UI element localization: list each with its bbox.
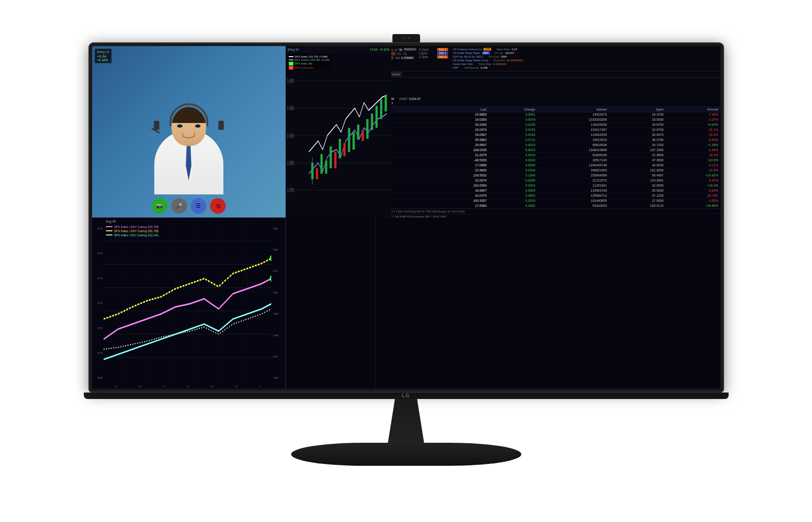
- cell-last: 21.0075: [432, 152, 488, 158]
- cell-last: 18.6857: [432, 188, 488, 193]
- svg-text:1.3900: 1.3900: [286, 160, 293, 166]
- chart-bottom-legend: SPX Index / DXY Cumcy 201.765 SPX Index …: [106, 225, 159, 238]
- cell-open: 109.5714: [609, 203, 666, 208]
- col-last: Last: [432, 107, 488, 112]
- y-val-0: 0.75: [92, 227, 103, 230]
- table-row: Apples 29.0507 0.0016 114922539 30.0070 …: [376, 132, 720, 137]
- col-open: Open: [609, 107, 666, 112]
- headset-ear-left: [154, 121, 159, 130]
- y-val-1: 0.74: [92, 252, 103, 255]
- bottom-chart-panel: Aug 50 SPX Index / DXY Cumcy 201.765 SPX…: [92, 217, 286, 389]
- cell-last: 35.5862: [432, 137, 488, 142]
- cell-open: 32.0050: [609, 183, 666, 188]
- cell-last: 19.0350: [432, 117, 488, 122]
- cell-last: -48.5200: [432, 158, 488, 163]
- legend-label-2: SPX Index / DXY Cumcy 291.765: [114, 229, 159, 233]
- mic-toggle-button[interactable]: 🎤: [171, 198, 187, 214]
- candlestick-svg: 1.4500 1.4300 1.4100 1.3900 1.3700: [286, 53, 391, 217]
- svg-rect-34: [348, 128, 350, 152]
- chart-legend-overlay: EAvg 10 +0.34 +0.42%: [95, 49, 111, 63]
- yld-drop-value: 0.268: [481, 66, 488, 69]
- svg-rect-29: [325, 160, 327, 173]
- yr-val-0: 1.53: [273, 227, 285, 230]
- svg-rect-28: [320, 154, 322, 174]
- cell-change: 0.0712: [489, 137, 537, 142]
- cell-volume: 16517140: [537, 158, 608, 163]
- x-val-1: 28: [139, 385, 141, 388]
- cell-percent: -0.21%: [666, 163, 720, 168]
- cell-percent: +22.8%: [666, 158, 720, 163]
- table-row: Pder 21.0075 0.0410 62835168 22.4809 -18…: [376, 152, 720, 158]
- cell-volume: 210217467: [537, 127, 608, 132]
- table-row: hj ltd 17.6584 0.0382 53332053 109.5714 …: [376, 203, 720, 208]
- table-row: Ads fe 25.6607 0.0023 60818438 24.7200 +…: [376, 142, 720, 147]
- securities-table: Symbol Last Change Volume Open Percent: [376, 107, 720, 209]
- legend-color-1: [106, 226, 112, 227]
- menu-button[interactable]: ☰: [191, 198, 206, 214]
- cell-last: 17.6584: [432, 203, 488, 208]
- swap-curve-label: US Dollar Swap Rates Curve: [453, 59, 488, 62]
- svg-rect-24: [311, 163, 313, 179]
- cell-last: 109.5632: [432, 173, 488, 178]
- cell-percent: -0.63%: [666, 188, 720, 193]
- cell-last: 29.0507: [432, 132, 488, 137]
- rates-info-section: US Treasury Actives Cu 175 Repo Rate 0.2…: [453, 48, 523, 69]
- cell-volume: 15023473: [537, 112, 608, 117]
- candlestick-chart-panel: EAvg 10 +0.34 +0.42% SPX Index 110.732 +…: [286, 46, 391, 217]
- cell-last: 23.9800: [432, 168, 488, 173]
- curve-ask-row: Curve: Ask / Ask Price Drop 0.0203333: [453, 63, 523, 65]
- yr-val-5: 1.48: [273, 334, 285, 337]
- g-spread-value: 323.4: [437, 48, 448, 51]
- cds-row: CDS 4yr 302.9 5yr 305.2 Fin Cost 2684: [453, 55, 523, 58]
- legend-spx-line: [289, 56, 293, 57]
- svg-rect-42: [385, 95, 387, 111]
- vwap-info: VWAP: 3,424.37: [398, 97, 421, 100]
- cell-open: 110.3001: [609, 178, 666, 183]
- cell-last: 108.0035: [432, 147, 488, 152]
- svg-text:1.4100: 1.4100: [286, 133, 293, 139]
- cell-change: 0.0004: [489, 183, 537, 188]
- cell-open: 58.4687: [609, 173, 666, 178]
- cell-change: 0.0609: [489, 188, 537, 193]
- int-inc-value: 102167: [505, 52, 514, 54]
- repo-rate-label: Repo Rate: [497, 48, 510, 51]
- svg-rect-38: [366, 119, 368, 139]
- y-val-3: 0.72: [92, 302, 103, 305]
- cell-open: 36.2700: [609, 137, 666, 142]
- cell-percent: -31.1%: [666, 127, 720, 132]
- cell-open: 17.0000: [609, 198, 666, 203]
- cell-change: 0.2529: [489, 198, 537, 203]
- y-val-2: 0.73: [92, 277, 103, 280]
- video-toggle-button[interactable]: 📷: [152, 198, 168, 214]
- cell-open: 101.0054: [609, 168, 666, 173]
- repo-rate-value: 0.24: [512, 48, 517, 51]
- cell-volume: 62835168: [537, 152, 608, 158]
- cell-volume: 235648999: [537, 173, 608, 178]
- end-call-button[interactable]: ✆: [206, 194, 228, 217]
- legend-dxy-text: DXY Cumcy 154.781 +0.949: [295, 59, 330, 61]
- cell-change: 0.0024: [489, 158, 537, 163]
- x-val-6: 2: [260, 385, 261, 388]
- g-spread-label: G-Sprd: [419, 48, 436, 51]
- g-spread-row: G-Sprd 323.4: [419, 48, 448, 51]
- cell-change: 0.0382: [489, 203, 537, 208]
- x-val-0: 21: [114, 385, 117, 388]
- i-spread-value: 308.1: [437, 52, 448, 55]
- cell-percent: +18.4%: [666, 183, 720, 188]
- legend-spx: SPX Index 110.732 +0.880: [289, 55, 330, 58]
- x-val-4: 19: [211, 385, 214, 388]
- us-treasury-badge: 175: [484, 48, 491, 51]
- legend-spx-r-box: [289, 62, 293, 65]
- cell-percent: -9.37%: [666, 178, 720, 183]
- chart-top-bar: EAvg 10 +0.34 +0.42%: [286, 46, 391, 53]
- giz-spread-section: G-Sprd 323.4 I-Sprd 308.1 Z-Sprd 392.4: [419, 48, 448, 59]
- us-dollar-badge: 157: [482, 52, 490, 54]
- cell-change: 0.0016: [489, 132, 537, 137]
- cell-change: 0.0360: [489, 178, 537, 183]
- us-dollar-label: US Dollar Swap Rates: [453, 52, 480, 54]
- cell-volume: 53332053: [537, 203, 608, 208]
- spread-vs: vs: [395, 48, 398, 51]
- cmt-row: CMT Yld Drop bp 0.268: [453, 66, 523, 69]
- table-row: Invering 35.5862 0.0712 15022523 36.2700…: [376, 137, 720, 142]
- legend-label-1: SPX Index / DXY Cumcy 201.765: [114, 225, 159, 229]
